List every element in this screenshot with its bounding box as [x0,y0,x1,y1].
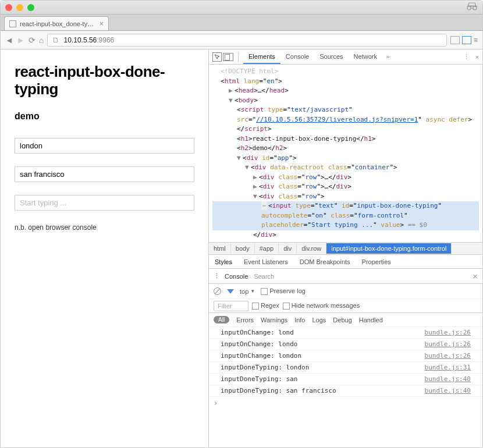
subtab-styles[interactable]: Styles [209,256,238,268]
device-toggle-icon[interactable] [223,53,233,61]
forward-button[interactable]: ► [17,35,25,45]
page-content: react-input-box-done-typing demo n.b. op… [1,49,209,447]
drawer-close-icon[interactable]: × [473,271,478,281]
dom-html[interactable]: <html lang="en"> [212,77,479,87]
level-debug[interactable]: Debug [333,317,351,323]
devtools-tabs: Elements Console Sources Network [243,50,382,64]
preserve-log-checkbox[interactable]: Preserve log [261,287,306,295]
maximize-window-button[interactable] [27,4,34,11]
filter-icon[interactable] [227,289,234,294]
console-log-line: inputDoneTyping: san franciscobundle.js:… [209,385,482,397]
console-log-line: inputOnChange: londonbundle.js:26 [209,350,482,362]
dock-icon[interactable] [450,36,460,44]
dock-right-icon[interactable] [462,36,471,44]
content-area: react-input-box-done-typing demo n.b. op… [1,49,482,447]
crumb-div[interactable]: div [279,243,297,254]
subtab-properties[interactable]: Properties [356,256,397,268]
home-button[interactable]: ⌂ [39,35,44,45]
console-search-input[interactable]: Search [254,273,467,280]
drawer-menu-icon[interactable]: ⋮ [214,272,219,280]
back-button[interactable]: ◄ [5,35,13,45]
console-log-line: inputOnChange: londobundle.js:26 [209,339,482,350]
dom-row-2[interactable]: ▶<div class="row">…</div> [212,182,479,192]
dom-h1[interactable]: <h1>react-input-box-done-typing</h1> [212,134,479,144]
dom-h2[interactable]: <h2>demo</h2> [212,144,479,154]
level-all[interactable]: All [214,316,229,323]
dom-tree[interactable]: <!DOCTYPE html> <html lang="en"> ▶<head>… [209,65,482,242]
dom-body[interactable]: ▼<body> [212,96,479,106]
level-errors[interactable]: Errors [236,317,254,323]
menu-icon[interactable]: ≡ [474,36,478,44]
devtools-panel: Elements Console Sources Network » ⋮ × <… [209,49,482,447]
console-filters-row1: top▼ Preserve log [209,284,482,299]
traffic-lights [5,4,34,11]
clear-console-icon[interactable] [214,287,221,295]
console-drawer-bar: ⋮ Console Search × [209,269,482,284]
console-log-line: inputOnChange: londbundle.js:26 [209,327,482,339]
dom-doctype: <!DOCTYPE html> [212,67,479,77]
dom-container[interactable]: ▼<div data-reactroot class="container"> [212,163,479,173]
log-source-link[interactable]: bundle.js:26 [425,340,471,348]
url-host: 10.10.5.56 [64,36,97,44]
crumb-row[interactable]: div.row [297,243,326,254]
level-info[interactable]: Info [294,317,305,323]
separator [238,52,239,62]
log-source-link[interactable]: bundle.js:40 [425,387,471,394]
page-icon: 🗋 [52,36,59,44]
devtools-toolbar: Elements Console Sources Network » ⋮ × [209,49,482,65]
level-warnings[interactable]: Warnings [261,317,287,323]
url-port: :9966 [97,36,114,44]
dom-row-1[interactable]: ▶<div class="row">…</div> [212,173,479,183]
crumb-app[interactable]: #app [255,243,279,254]
devtools-close-icon[interactable]: × [475,54,479,61]
breadcrumb: html body #app div div.row input#input-b… [209,242,482,255]
console-log-line: inputDoneTyping: sanbundle.js:40 [209,374,482,385]
crumb-body[interactable]: body [231,243,255,254]
tab-sources[interactable]: Sources [314,50,348,64]
dom-script[interactable]: <script type="text/javascript" src="//10… [212,105,479,134]
tab-console[interactable]: Console [280,50,314,64]
tab-network[interactable]: Network [349,50,382,64]
reload-button[interactable]: ⟳ [29,35,35,45]
devtools-menu-icon[interactable]: ⋮ [463,53,470,61]
demo-input-3[interactable] [15,195,194,211]
dom-app[interactable]: ▼<div id="app"> [212,154,479,163]
subtab-listeners[interactable]: Event Listeners [238,256,294,268]
window-titlebar [1,1,482,15]
console-log-list: inputOnChange: londbundle.js:26 inputOnC… [209,327,482,447]
crumb-html[interactable]: html [209,243,231,254]
url-input[interactable]: 🗋 10.10.5.56:9966 [47,34,447,47]
level-handled[interactable]: Handled [359,317,383,323]
scope-dropdown[interactable]: top▼ [240,288,255,295]
crumb-input[interactable]: input#input-box-done-typing.form-control [326,243,452,254]
console-prompt[interactable]: › [209,397,482,410]
demo-input-2[interactable] [15,166,194,182]
more-tabs-icon[interactable]: » [386,53,390,61]
log-source-link[interactable]: bundle.js:26 [425,352,471,360]
filter-input[interactable]: Filter [214,301,248,311]
page-h2: demo [15,111,194,122]
close-tab-icon[interactable]: × [99,19,104,28]
log-source-link[interactable]: bundle.js:31 [425,364,471,371]
log-source-link[interactable]: bundle.js:40 [425,375,471,383]
subtab-breakpoints[interactable]: DOM Breakpoints [294,256,356,268]
incognito-icon [466,2,478,13]
log-level-filters: All Errors Warnings Info Logs Debug Hand… [209,313,482,327]
hide-network-checkbox[interactable]: Hide network messages [283,302,360,310]
demo-input-1[interactable] [15,138,194,154]
regex-checkbox[interactable]: Regex [252,302,279,310]
log-source-link[interactable]: bundle.js:26 [425,329,471,336]
address-bar: ◄ ► ⟳ ⌂ 🗋 10.10.5.56:9966 ≡ [1,31,482,49]
close-window-button[interactable] [5,4,12,11]
dom-input-selected[interactable]: ⋯<input type="text" id="input-box-done-t… [212,201,479,230]
page-note: n.b. open browser console [15,223,194,232]
toolbar-right: ≡ [450,36,478,44]
dom-head[interactable]: ▶<head>…</head> [212,86,479,96]
minimize-window-button[interactable] [16,4,23,11]
styles-tabs: Styles Event Listeners DOM Breakpoints P… [209,255,482,269]
dom-row-3[interactable]: ▼<div class="row"> [212,192,479,202]
inspect-icon[interactable] [212,52,222,62]
tab-elements[interactable]: Elements [243,50,280,64]
browser-tab[interactable]: react-input-box_done-typin… × [4,16,109,30]
level-logs[interactable]: Logs [312,317,326,323]
